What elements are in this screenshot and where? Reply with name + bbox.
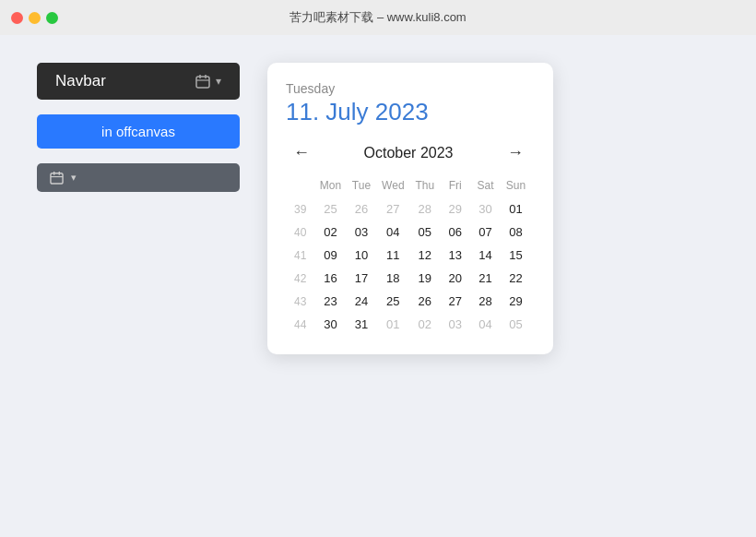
small-calendar-button[interactable]: ▾	[37, 163, 240, 192]
calendar-day[interactable]: 03	[347, 221, 377, 244]
small-cal-caret: ▾	[71, 172, 77, 184]
titlebar: 苦力吧素材下载 – www.kuli8.com	[0, 0, 756, 35]
calendar-day[interactable]: 27	[440, 290, 470, 313]
calendar-day[interactable]: 02	[314, 221, 346, 244]
calendar-day[interactable]: 08	[501, 221, 531, 244]
calendar-day[interactable]: 01	[376, 313, 409, 336]
week-number: 43	[286, 290, 314, 313]
calendar-col-headers: Mon Tue Wed Thu Fri Sat Sun	[286, 175, 531, 197]
calendar-day[interactable]: 09	[314, 244, 346, 267]
calendar-day[interactable]: 18	[376, 267, 409, 290]
calendar-day[interactable]: 02	[409, 313, 440, 336]
calendar-row: 3925262728293001	[286, 197, 531, 221]
calendar-day[interactable]: 25	[314, 197, 346, 221]
calendar-day[interactable]: 28	[470, 290, 501, 313]
calendar-day[interactable]: 05	[409, 221, 440, 244]
calendar-day[interactable]: 04	[376, 221, 409, 244]
svg-rect-4	[51, 173, 63, 184]
calendar-day[interactable]: 03	[440, 313, 470, 336]
navbar-button[interactable]: Navbar ▾	[37, 63, 240, 100]
calendar-day[interactable]: 26	[347, 197, 377, 221]
calendar-day[interactable]: 13	[440, 244, 470, 267]
week-number: 42	[286, 267, 314, 290]
calendar-day[interactable]: 04	[470, 313, 501, 336]
offcanvas-button[interactable]: in offcanvas	[37, 114, 240, 149]
calendar-day[interactable]: 24	[347, 290, 377, 313]
calendar-row: 4323242526272829	[286, 290, 531, 313]
calendar-day[interactable]: 30	[314, 313, 346, 336]
calendar-day[interactable]: 28	[409, 197, 440, 221]
week-number: 39	[286, 197, 314, 221]
calendar-day[interactable]: 29	[440, 197, 470, 221]
calendar-row: 4216171819202122	[286, 267, 531, 290]
week-number: 40	[286, 221, 314, 244]
calendar-day[interactable]: 31	[347, 313, 377, 336]
prev-month-button[interactable]: ←	[286, 139, 317, 166]
calendar-day[interactable]: 19	[409, 267, 440, 290]
calendar-day[interactable]: 20	[440, 267, 470, 290]
left-panel: Navbar ▾ in offcanvas ▾	[37, 63, 240, 192]
calendar-day[interactable]: 07	[470, 221, 501, 244]
week-number: 41	[286, 244, 314, 267]
col-fri: Fri	[440, 175, 470, 197]
calendar-day[interactable]: 26	[409, 290, 440, 313]
calendar-day[interactable]: 12	[409, 244, 440, 267]
calendar-day[interactable]: 25	[376, 290, 409, 313]
calendar-row: 4430310102030405	[286, 313, 531, 336]
calendar-day-label: Tuesday	[286, 81, 531, 96]
calendar-day[interactable]: 29	[501, 290, 531, 313]
calendar-day[interactable]: 27	[376, 197, 409, 221]
col-mon: Mon	[314, 175, 346, 197]
col-sat: Sat	[470, 175, 501, 197]
calendar-icon	[195, 74, 210, 89]
calendar-day[interactable]: 14	[470, 244, 501, 267]
main-area: Navbar ▾ in offcanvas ▾	[0, 35, 756, 537]
calendar-day[interactable]: 22	[501, 267, 531, 290]
window-controls	[11, 12, 58, 24]
col-tue: Tue	[347, 175, 377, 197]
calendar-row: 4002030405060708	[286, 221, 531, 244]
maximize-button[interactable]	[46, 12, 58, 24]
calendar-month-label: October 2023	[364, 145, 454, 161]
calendar-day[interactable]: 21	[470, 267, 501, 290]
minimize-button[interactable]	[29, 12, 41, 24]
navbar-caret: ▾	[216, 75, 221, 88]
week-number: 44	[286, 313, 314, 336]
calendar-day[interactable]: 10	[347, 244, 377, 267]
next-month-button[interactable]: →	[500, 139, 531, 166]
navbar-label: Navbar	[55, 72, 106, 90]
col-sun: Sun	[501, 175, 531, 197]
calendar-day[interactable]: 16	[314, 267, 346, 290]
calendar-day[interactable]: 01	[501, 197, 531, 221]
svg-rect-0	[196, 77, 209, 88]
col-wed: Wed	[376, 175, 409, 197]
calendar-day[interactable]: 15	[501, 244, 531, 267]
calendar-table: Mon Tue Wed Thu Fri Sat Sun 392526272829…	[286, 175, 531, 336]
calendar-day[interactable]: 11	[376, 244, 409, 267]
window-title: 苦力吧素材下载 – www.kuli8.com	[289, 9, 466, 26]
calendar-header: Tuesday 11. July 2023	[286, 81, 531, 126]
calendar-day[interactable]: 23	[314, 290, 346, 313]
calendar-day[interactable]: 05	[501, 313, 531, 336]
week-num-header	[286, 175, 314, 197]
calendar-day[interactable]: 17	[347, 267, 377, 290]
navbar-cal-icon: ▾	[195, 74, 221, 89]
col-thu: Thu	[409, 175, 440, 197]
calendar-full-date: 11. July 2023	[286, 98, 531, 126]
small-calendar-icon	[50, 171, 64, 185]
calendar-day[interactable]: 30	[470, 197, 501, 221]
calendar-nav: ← October 2023 →	[286, 139, 531, 166]
calendar-panel: Tuesday 11. July 2023 ← October 2023 → M…	[267, 63, 553, 354]
calendar-row: 4109101112131415	[286, 244, 531, 267]
calendar-day[interactable]: 06	[440, 221, 470, 244]
offcanvas-label: in offcanvas	[101, 124, 175, 139]
close-button[interactable]	[11, 12, 23, 24]
